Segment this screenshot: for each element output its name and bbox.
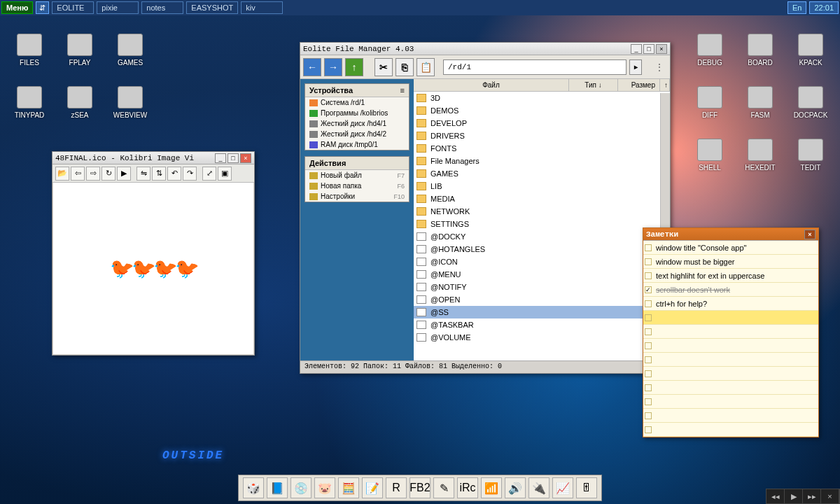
desktop-icon[interactable]: FILES [11, 34, 48, 66]
prev-track-button[interactable]: ◂◂ [766, 489, 785, 503]
close-button[interactable]: × [804, 230, 816, 239]
taskbar-task[interactable]: EOLITE [52, 1, 94, 14]
note-line[interactable]: scrollbar doesn't work [643, 283, 818, 297]
dock-item[interactable]: 🐷 [314, 477, 335, 498]
file-row[interactable]: DEMOS [414, 104, 670, 117]
go-button[interactable]: ▸ [629, 59, 642, 75]
desktop-icon[interactable]: KPACK [792, 34, 829, 66]
flip-h-icon[interactable]: ⇋ [136, 167, 150, 181]
file-row[interactable]: NETWORK [414, 205, 670, 218]
minimize-button[interactable]: _ [215, 153, 226, 163]
column-size[interactable]: Размер [618, 79, 660, 91]
device-item[interactable]: Система /rd/1 [305, 97, 409, 108]
note-checkbox[interactable] [645, 398, 652, 405]
dock-item[interactable]: 📈 [552, 477, 573, 498]
desktop-icon[interactable]: DOCPACK [792, 86, 829, 119]
close-button[interactable]: × [240, 153, 251, 163]
column-name[interactable]: Файл [414, 79, 569, 91]
file-row[interactable]: @HOTANGLES1 K [414, 243, 670, 255]
menu-icon[interactable]: ⋮ [652, 62, 667, 73]
file-row[interactable]: @OPEN2 K [414, 293, 670, 306]
file-row[interactable]: @ICON5 K [414, 255, 670, 268]
panel-toggle-icon[interactable]: ≡ [400, 86, 405, 94]
note-checkbox[interactable] [645, 384, 652, 391]
file-row[interactable]: @TASKBAR4 K [414, 318, 670, 331]
paste-icon[interactable]: 📋 [416, 58, 435, 76]
note-checkbox[interactable] [645, 272, 652, 279]
dock-item[interactable]: 🧮 [338, 477, 359, 498]
taskbar-task[interactable]: kiv [241, 1, 283, 14]
device-item[interactable]: RAM диск /tmp0/1 [305, 139, 409, 150]
note-checkbox[interactable] [645, 314, 652, 321]
action-item[interactable]: НастройкиF10 [305, 191, 409, 202]
dock-item[interactable]: 🔊 [505, 477, 526, 498]
dock-item[interactable]: 🎚 [576, 477, 597, 498]
rotate-right-icon[interactable]: ↷ [183, 167, 197, 181]
play-button[interactable]: ▶ [785, 489, 803, 503]
forward-button[interactable]: → [324, 58, 342, 76]
file-row[interactable]: @VOLUME2 K [414, 331, 670, 344]
dock-item[interactable]: 📝 [362, 477, 383, 498]
prev-icon[interactable]: ⇦ [71, 167, 85, 181]
close-player-button[interactable]: × [821, 489, 839, 503]
note-checkbox[interactable] [645, 258, 652, 265]
note-checkbox[interactable] [645, 370, 652, 377]
column-sort-icon[interactable]: ↑ [660, 79, 670, 91]
column-type[interactable]: Тип ↓ [569, 79, 618, 91]
file-row[interactable]: DRIVERS [414, 130, 670, 142]
note-checkbox[interactable] [645, 356, 652, 363]
note-line[interactable] [643, 339, 818, 353]
note-checkbox[interactable] [645, 412, 652, 419]
open-icon[interactable]: 📂 [55, 167, 69, 181]
note-line[interactable]: window must be bigger [643, 255, 818, 269]
dock-item[interactable]: 💿 [290, 477, 312, 498]
close-button[interactable]: × [656, 44, 667, 54]
note-checkbox[interactable] [645, 328, 652, 335]
path-input[interactable] [443, 59, 626, 75]
file-row[interactable]: DEVELOP [414, 117, 670, 130]
note-checkbox[interactable] [645, 342, 652, 349]
rotate-left-icon[interactable]: ↶ [167, 167, 181, 181]
notes-body[interactable]: window title "Console app"window must be… [643, 241, 818, 437]
note-line[interactable] [643, 423, 818, 437]
file-row[interactable]: 3D [414, 92, 670, 104]
taskbar-expand-icon[interactable]: ⇵ [36, 1, 49, 14]
taskbar-task[interactable]: EASYSHOT [186, 1, 238, 14]
desktop-icon[interactable]: DIFF [692, 86, 728, 119]
device-item[interactable]: Жесткий диск /hd4/1 [305, 118, 409, 129]
note-line[interactable] [643, 367, 818, 381]
dock-item[interactable]: 📘 [267, 477, 288, 498]
language-indicator[interactable]: En [788, 1, 806, 14]
copy-icon[interactable]: ⎘ [396, 58, 414, 76]
dock-item[interactable]: ✎ [433, 477, 454, 498]
desktop-icon[interactable]: SHELL [692, 139, 728, 172]
note-line[interactable] [643, 353, 818, 367]
desktop-icon[interactable]: BOARD [742, 34, 778, 66]
back-button[interactable]: ← [303, 58, 321, 76]
file-row[interactable]: @DOCKY2 K [414, 230, 670, 243]
dock-item[interactable]: R [386, 477, 407, 498]
desktop-icon[interactable]: WEBVIEW [112, 86, 148, 119]
note-line[interactable]: ctrl+h for help? [643, 297, 818, 311]
note-line[interactable] [643, 381, 818, 395]
minimize-button[interactable]: _ [631, 44, 642, 54]
note-checkbox[interactable] [645, 244, 652, 251]
desktop-icon[interactable]: DEBUG [692, 34, 728, 66]
desktop-icon[interactable]: zSEA [62, 86, 98, 119]
action-item[interactable]: Новая папкаF6 [305, 181, 409, 191]
note-checkbox[interactable] [645, 300, 652, 307]
dock-item[interactable]: 🎲 [243, 477, 264, 498]
note-line[interactable] [643, 409, 818, 423]
cut-icon[interactable]: ✂ [374, 58, 393, 76]
action-item[interactable]: Новый файлF7 [305, 170, 409, 181]
note-checkbox[interactable] [645, 286, 652, 293]
clock[interactable]: 22:01 [809, 1, 839, 14]
file-row[interactable]: @SS1 K [414, 306, 670, 318]
dock-item[interactable]: 🔌 [528, 477, 550, 498]
dock-item[interactable]: iRc [457, 477, 478, 498]
file-row[interactable]: GAMES [414, 167, 670, 180]
note-line[interactable]: window title "Console app" [643, 241, 818, 255]
maximize-button[interactable]: □ [227, 153, 239, 163]
file-row[interactable]: File Managers [414, 155, 670, 167]
up-button[interactable]: ↑ [345, 58, 363, 76]
